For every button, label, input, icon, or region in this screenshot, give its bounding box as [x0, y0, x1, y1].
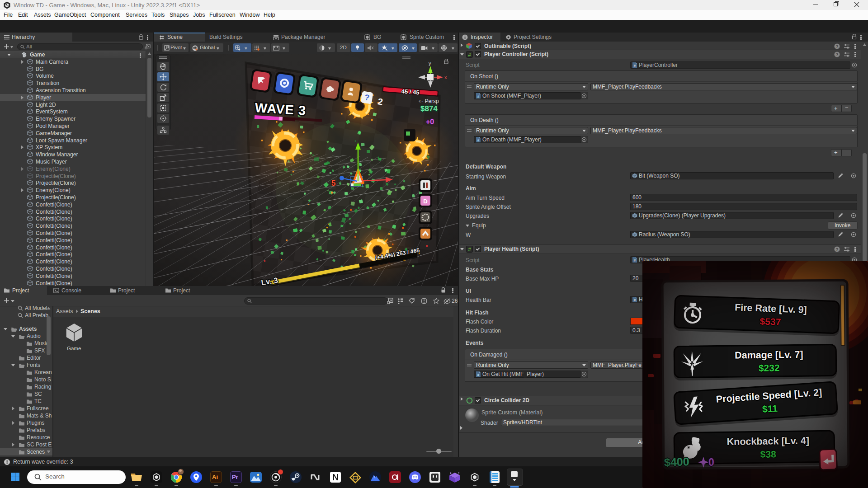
svg-text:#: #: [634, 258, 636, 263]
svg-text:?: ?: [836, 247, 839, 252]
svg-text:#: #: [468, 247, 471, 252]
svg-text:#: #: [477, 94, 480, 99]
svg-text:x: x: [444, 75, 447, 80]
svg-text:#: #: [477, 373, 480, 377]
svg-text:#: #: [468, 52, 471, 57]
svg-text:#: #: [634, 298, 636, 302]
svg-text:?: ?: [836, 44, 839, 49]
svg-text:#: #: [634, 64, 636, 68]
svg-text:?: ?: [836, 52, 839, 57]
svg-text:y: y: [429, 61, 431, 66]
svg-text:#: #: [477, 138, 480, 142]
